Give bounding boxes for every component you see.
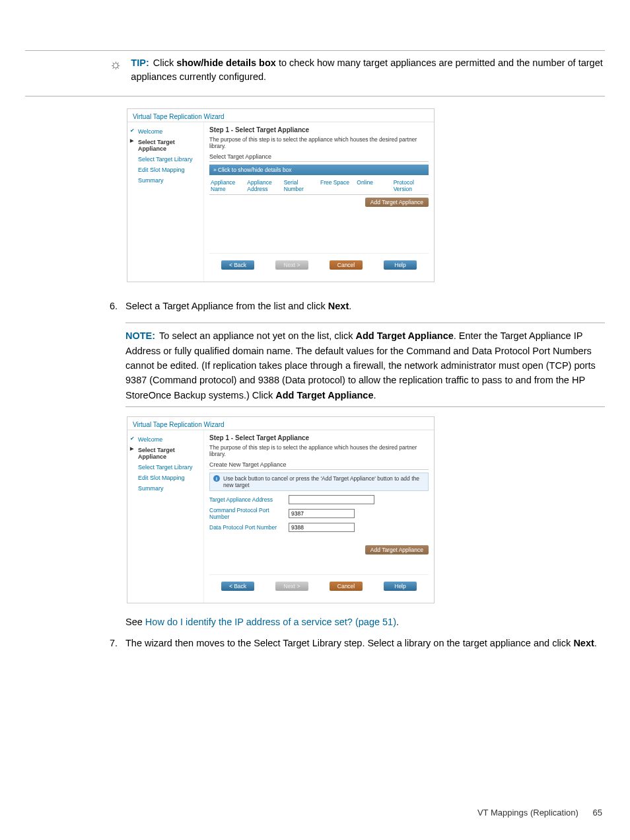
link-identify-ip[interactable]: How do I identify the IP address of a se… — [145, 617, 396, 627]
back-button[interactable]: < Back — [221, 582, 254, 591]
divider-note-top — [125, 323, 605, 323]
wizard-create-target-appliance: Virtual Tape Replication Wizard Welcome … — [127, 416, 435, 603]
appliance-table-body — [209, 207, 429, 253]
wizard-step-desc: The purpose of this step is to select th… — [209, 444, 429, 457]
nav-summary[interactable]: Summary — [130, 175, 201, 186]
wizard-nav: Welcome Select Target Appliance Select T… — [127, 430, 204, 603]
cancel-button[interactable]: Cancel — [330, 260, 363, 270]
note-block: NOTE:To select an appliance not yet on t… — [125, 328, 602, 402]
wizard-subhead: Create New Target Appliance — [209, 461, 429, 470]
help-button[interactable]: Help — [384, 260, 417, 270]
tip-block: ☼ TIP:Click show/hide details box to che… — [110, 56, 605, 84]
target-address-input[interactable] — [289, 495, 374, 504]
wizard-subhead: Select Target Appliance — [209, 153, 429, 162]
wizard-step-desc: The purpose of this step is to select th… — [209, 136, 429, 149]
wizard-buttons: < Back Next > Cancel Help — [209, 253, 429, 278]
wizard-title: Virtual Tape Replication Wizard — [127, 417, 434, 430]
wizard-buttons: < Back Next > Cancel Help — [209, 574, 429, 599]
col-serial-number[interactable]: Serial Number — [283, 179, 319, 192]
wizard-info-banner: Use back button to cancel or press the '… — [209, 473, 429, 491]
col-appliance-address[interactable]: Appliance Address — [246, 179, 282, 192]
data-port-label: Data Protocol Port Number — [209, 524, 289, 531]
divider-top — [25, 50, 605, 51]
command-port-input[interactable] — [289, 509, 355, 518]
help-button[interactable]: Help — [384, 582, 417, 591]
tip-label: TIP: — [131, 57, 149, 68]
step-6-text: Select a Target Appliance from the list … — [125, 299, 605, 313]
nav-edit-slot[interactable]: Edit Slot Mapping — [130, 473, 201, 483]
nav-welcome[interactable]: Welcome — [130, 126, 201, 137]
command-port-label: Command Protocol Port Number — [209, 507, 289, 520]
divider-note-bottom — [125, 406, 605, 407]
wizard-select-target-appliance: Virtual Tape Replication Wizard Welcome … — [127, 108, 435, 282]
col-appliance-name[interactable]: Appliance Name — [209, 179, 246, 192]
footer-page-number: 65 — [593, 808, 602, 818]
back-button[interactable]: < Back — [221, 260, 254, 270]
wizard-step-title: Step 1 - Select Target Appliance — [209, 434, 429, 441]
nav-welcome[interactable]: Welcome — [130, 434, 201, 445]
details-toggle-bar[interactable]: Click to show/hide details box — [209, 165, 429, 175]
page-footer: VT Mappings (Replication) 65 — [477, 808, 602, 818]
col-online[interactable]: Online — [355, 179, 392, 192]
tip-text: TIP:Click show/hide details box to check… — [131, 56, 605, 84]
appliance-table-header: Appliance Name Appliance Address Serial … — [209, 179, 429, 195]
note-label: NOTE: — [125, 330, 155, 341]
add-target-appliance-button[interactable]: Add Target Appliance — [365, 198, 429, 207]
footer-section: VT Mappings (Replication) — [477, 808, 578, 818]
nav-summary[interactable]: Summary — [130, 483, 201, 494]
see-reference: See How do I identify the IP address of … — [125, 617, 605, 627]
add-target-appliance-button[interactable]: Add Target Appliance — [365, 545, 429, 554]
cancel-button[interactable]: Cancel — [330, 582, 363, 591]
data-port-input[interactable] — [289, 523, 355, 532]
nav-edit-slot[interactable]: Edit Slot Mapping — [130, 165, 201, 175]
next-button[interactable]: Next > — [275, 582, 308, 591]
step-7-text: The wizard then moves to the Select Targ… — [125, 636, 605, 650]
step-6-number: 6. — [98, 299, 125, 313]
nav-select-appliance[interactable]: Select Target Appliance — [130, 137, 201, 154]
step-7: 7. The wizard then moves to the Select T… — [98, 636, 605, 650]
next-button[interactable]: Next > — [275, 260, 308, 270]
tip-icon: ☼ — [110, 57, 122, 72]
wizard-nav: Welcome Select Target Appliance Select T… — [127, 122, 204, 282]
step-7-number: 7. — [98, 636, 125, 650]
step-6: 6. Select a Target Appliance from the li… — [98, 299, 605, 313]
col-protocol-version[interactable]: Protocol Version — [392, 179, 429, 192]
divider-after-tip — [25, 96, 605, 96]
wizard-step-title: Step 1 - Select Target Appliance — [209, 126, 429, 134]
nav-select-library[interactable]: Select Target Library — [130, 462, 201, 473]
nav-select-appliance[interactable]: Select Target Appliance — [130, 445, 201, 462]
target-address-label: Target Appliance Address — [209, 496, 289, 503]
nav-select-library[interactable]: Select Target Library — [130, 154, 201, 165]
wizard-title: Virtual Tape Replication Wizard — [127, 109, 434, 122]
col-free-space[interactable]: Free Space — [319, 179, 355, 192]
